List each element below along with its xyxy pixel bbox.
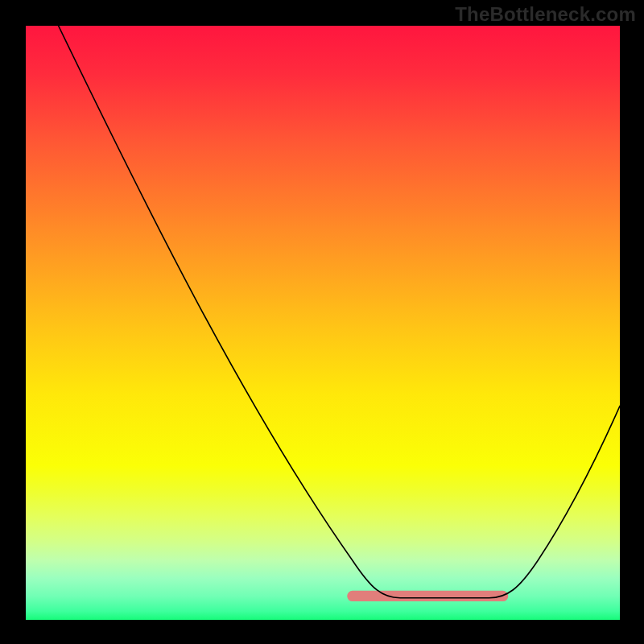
gradient-rect xyxy=(26,26,620,620)
chart-canvas: TheBottleneck.com xyxy=(0,0,644,644)
plot-area xyxy=(26,26,620,620)
watermark-text: TheBottleneck.com xyxy=(455,3,636,26)
chart-svg xyxy=(26,26,620,620)
